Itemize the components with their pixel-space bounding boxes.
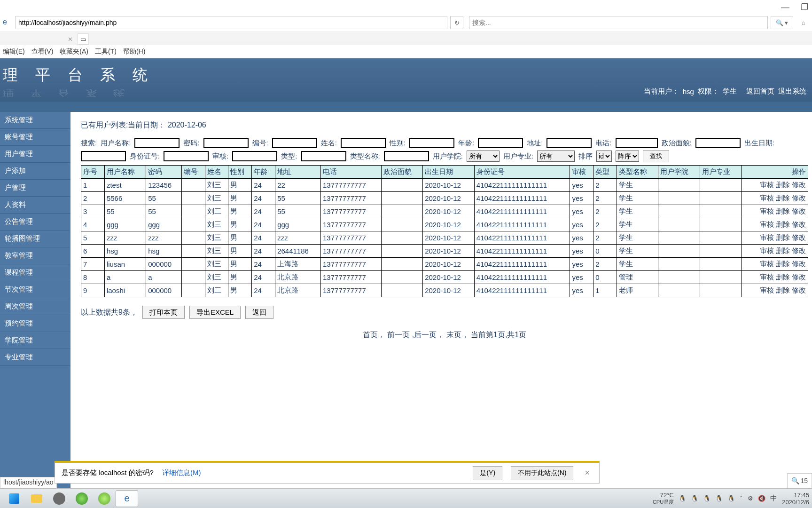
sidebar-item-2[interactable]: 用户管理 [0, 146, 70, 163]
print-button[interactable]: 打印本页 [142, 306, 185, 319]
row-delete-link[interactable]: 删除 [776, 260, 790, 268]
birth-input[interactable] [81, 151, 126, 161]
taskbar-start-button[interactable] [3, 490, 25, 507]
taskbar-ie-icon[interactable]: e [116, 490, 138, 507]
logout-link[interactable]: 退出系统 [778, 87, 806, 96]
sidebar-item-12[interactable]: 预约管理 [0, 315, 70, 332]
home-icon[interactable]: ⌂ [798, 17, 809, 28]
row-audit-link[interactable]: 审核 [760, 286, 774, 294]
tray-qq-icon-4[interactable]: 🐧 [715, 495, 723, 502]
menu-item-4[interactable]: 帮助(H) [123, 48, 145, 56]
college-select[interactable]: 所有 [467, 151, 500, 162]
politics-input[interactable] [695, 138, 741, 148]
taskbar-app-3[interactable] [93, 490, 116, 507]
home-link[interactable]: 返回首页 [746, 87, 774, 96]
address-input-field[interactable] [547, 138, 592, 148]
tray-qq-icon-5[interactable]: 🐧 [727, 495, 735, 502]
row-edit-link[interactable]: 修改 [792, 286, 806, 294]
row-delete-link[interactable]: 删除 [776, 246, 790, 254]
row-delete-link[interactable]: 删除 [776, 273, 790, 281]
audit-input[interactable] [232, 151, 277, 161]
save-password-yes-button[interactable]: 是(Y) [473, 466, 502, 480]
age-input[interactable] [478, 138, 523, 148]
tray-qq-icon-2[interactable]: 🐧 [691, 495, 698, 502]
row-audit-link[interactable]: 审核 [760, 220, 774, 228]
number-input[interactable] [272, 138, 317, 148]
save-password-details-link[interactable]: 详细信息(M) [162, 468, 201, 477]
zoom-indicator[interactable]: 🔍 15 [787, 473, 812, 488]
row-delete-link[interactable]: 删除 [776, 220, 790, 228]
phone-input[interactable] [616, 138, 658, 148]
row-edit-link[interactable]: 修改 [792, 233, 806, 241]
sidebar-item-13[interactable]: 学院管理 [0, 332, 70, 349]
row-edit-link[interactable]: 修改 [792, 194, 806, 202]
sidebar-item-11[interactable]: 周次管理 [0, 298, 70, 315]
menu-item-0[interactable]: 编辑(E) [3, 48, 25, 56]
sidebar-item-9[interactable]: 课程管理 [0, 264, 70, 281]
row-delete-link[interactable]: 删除 [776, 233, 790, 241]
gender-input[interactable] [409, 138, 454, 148]
row-audit-link[interactable]: 审核 [760, 194, 774, 202]
refresh-button[interactable]: ↻ [450, 16, 463, 29]
tab-close-icon[interactable]: ✕ [66, 34, 75, 45]
row-edit-link[interactable]: 修改 [792, 260, 806, 268]
row-edit-link[interactable]: 修改 [792, 220, 806, 228]
major-select[interactable]: 所有 [537, 151, 575, 162]
sidebar-item-0[interactable]: 系统管理 [0, 112, 70, 129]
username-input[interactable] [134, 138, 180, 148]
row-delete-link[interactable]: 删除 [776, 286, 790, 294]
row-audit-link[interactable]: 审核 [760, 181, 774, 189]
row-audit-link[interactable]: 审核 [760, 273, 774, 281]
typename-input[interactable] [384, 151, 429, 161]
row-delete-link[interactable]: 删除 [776, 207, 790, 215]
row-edit-link[interactable]: 修改 [792, 207, 806, 215]
window-maximize-icon[interactable]: ❐ [801, 2, 808, 12]
browser-search-input[interactable] [469, 16, 768, 29]
sidebar-item-7[interactable]: 轮播图管理 [0, 230, 70, 247]
password-input[interactable] [203, 138, 249, 148]
sidebar-item-3[interactable]: 户添加 [0, 163, 70, 180]
tray-qq-icon[interactable]: 🐧 [679, 495, 686, 502]
sidebar-item-6[interactable]: 公告管理 [0, 214, 70, 230]
menu-item-3[interactable]: 工具(T) [95, 48, 117, 56]
sidebar-item-1[interactable]: 账号管理 [0, 129, 70, 146]
row-delete-link[interactable]: 删除 [776, 194, 790, 202]
taskbar-app-1[interactable] [48, 490, 70, 507]
sidebar-item-14[interactable]: 专业管理 [0, 349, 70, 366]
tray-wifi-icon[interactable]: ⚙ [748, 495, 753, 502]
taskbar-clock[interactable]: 17:452020/12/6 [782, 492, 809, 506]
window-minimize-icon[interactable]: — [781, 2, 789, 12]
taskbar-explorer-icon[interactable] [25, 490, 48, 507]
tray-volume-icon[interactable]: 🔇 [758, 495, 765, 502]
save-password-close-icon[interactable]: × [582, 468, 593, 478]
tray-ime-indicator[interactable]: 中 [770, 494, 777, 503]
new-tab-button[interactable]: ▭ [78, 33, 89, 45]
save-password-no-button[interactable]: 不用于此站点(N) [511, 466, 573, 480]
menu-item-1[interactable]: 查看(V) [31, 48, 54, 56]
sidebar-item-8[interactable]: 教室管理 [0, 247, 70, 264]
type-input[interactable] [301, 151, 346, 161]
idcard-input[interactable] [164, 151, 209, 161]
sidebar-item-10[interactable]: 节次管理 [0, 281, 70, 298]
row-audit-link[interactable]: 审核 [760, 246, 774, 254]
pager[interactable]: 首页， 前一页 ,后一页， 末页， 当前第1页,共1页 [81, 330, 808, 340]
export-button[interactable]: 导出EXCEL [189, 306, 241, 319]
tray-chevron-up-icon[interactable]: ˄ [740, 495, 743, 502]
taskbar-app-2[interactable] [70, 490, 93, 507]
row-delete-link[interactable]: 删除 [776, 181, 790, 189]
row-edit-link[interactable]: 修改 [792, 273, 806, 281]
row-audit-link[interactable]: 审核 [760, 260, 774, 268]
address-input[interactable] [15, 16, 447, 29]
back-button[interactable]: 返回 [245, 306, 273, 319]
tray-qq-icon-3[interactable]: 🐧 [703, 495, 710, 502]
row-edit-link[interactable]: 修改 [792, 246, 806, 254]
row-audit-link[interactable]: 审核 [760, 207, 774, 215]
menu-item-2[interactable]: 收藏夹(A) [60, 48, 88, 56]
browser-search-button[interactable]: 🔍 ▾ [771, 16, 793, 29]
sort-dir-select[interactable]: 降序 [616, 151, 639, 162]
sidebar-item-5[interactable]: 人资料 [0, 197, 70, 214]
row-audit-link[interactable]: 审核 [760, 233, 774, 241]
sidebar-item-4[interactable]: 户管理 [0, 180, 70, 197]
name-input[interactable] [341, 138, 386, 148]
search-button[interactable]: 查找 [643, 150, 669, 162]
